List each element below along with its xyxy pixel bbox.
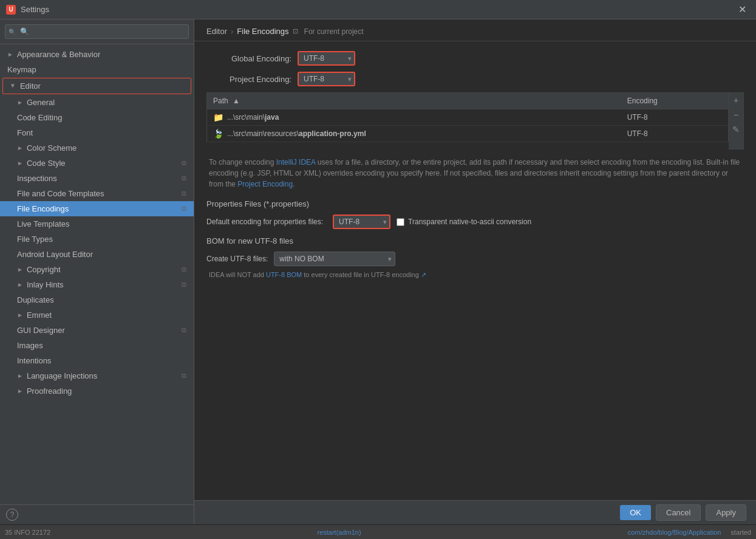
path-cell-1: 📁 ...\src\main\java [207,109,621,126]
bom-create-select[interactable]: with NO BOM with BOM [274,252,395,266]
bom-info-text-2: to every created file in UTF-8 encoding [304,271,419,278]
sidebar-nav: ► Appearance & Behavior Keymap ► Editor … [0,44,194,504]
table-row[interactable]: 📁 ...\src\main\java UTF-8 [207,109,729,126]
sidebar-item-live-templates[interactable]: Live Templates [0,216,194,232]
sidebar-label-file-templates: File and Code Templates [17,189,104,198]
sidebar-item-duplicates[interactable]: Duplicates [0,292,194,307]
copy-icon-inspections: ⧉ [182,174,186,182]
close-button[interactable]: ✕ [735,2,750,16]
status-right-link[interactable]: com/zhdo/blog/Blog/Application [628,529,721,536]
global-encoding-select[interactable]: UTF-8 UTF-16 ISO-8859-1 [298,51,355,66]
breadcrumb-project-icon: ⊡ [293,27,298,35]
copy-icon-file-templates: ⧉ [182,190,186,197]
sidebar-item-file-encodings[interactable]: File Encodings ⧉ [0,201,194,216]
encoding-column-header: Encoding [621,93,729,109]
sidebar-label-appearance: Appearance & Behavior [17,50,100,59]
properties-encoding-select[interactable]: UTF-8 UTF-16 ISO-8859-1 [333,215,390,229]
path-table-wrapper: Path ▲ Encoding 📁 [206,92,744,149]
sidebar-label-editor: Editor [20,81,41,91]
sidebar-item-font[interactable]: Font [0,125,194,140]
bom-info-text-1: IDEA will NOT add [209,271,264,278]
encoding-value-2: UTF-8 [621,126,729,142]
sidebar-item-inspections[interactable]: Inspections ⧉ [0,171,194,186]
bom-info-text: IDEA will NOT add UTF-8 BOM to every cre… [209,271,744,279]
sidebar-item-language-injections[interactable]: ► Language Injections ⧉ [0,368,194,383]
default-encoding-label: Default encoding for properties files: [206,218,323,226]
status-right-text: com/zhdo/blog/Blog/Application started [628,529,751,536]
breadcrumb-editor[interactable]: Editor [206,27,227,36]
sidebar-item-general[interactable]: ► General [0,95,194,110]
sidebar-label-live-templates: Live Templates [17,219,69,228]
title-bar-title: Settings [21,5,735,14]
project-encoding-highlight: Project Encoding [237,180,293,188]
sidebar-label-font: Font [17,128,33,137]
sidebar-item-file-templates[interactable]: File and Code Templates ⧉ [0,186,194,201]
encoding-column-label: Encoding [627,97,658,105]
ok-button[interactable]: OK [620,505,651,520]
sidebar-label-code-editing: Code Editing [17,113,62,122]
path-encoding-table: Path ▲ Encoding 📁 [206,92,729,142]
project-encoding-select[interactable]: UTF-8 UTF-16 ISO-8859-1 [298,72,355,86]
content-body: Global Encoding: UTF-8 UTF-16 ISO-8859-1… [194,41,756,500]
table-row[interactable]: 🍃 ...\src\main\resources\application-pro… [207,126,729,142]
sidebar-item-intentions[interactable]: Intentions [0,353,194,368]
bom-utf8-link[interactable]: UTF-8 BOM [266,271,302,278]
path-column-header[interactable]: Path ▲ [207,93,621,109]
bom-arrow: ↗ [421,271,426,278]
sidebar-item-emmet[interactable]: ► Emmet [0,307,194,323]
properties-encoding-select-wrapper: UTF-8 UTF-16 ISO-8859-1 [333,215,390,229]
sidebar-label-duplicates: Duplicates [17,295,54,304]
properties-section-title: Properties Files (*.properties) [206,199,744,208]
sidebar-item-file-types[interactable]: File Types [0,232,194,247]
copy-icon-file-encodings: ⧉ [182,205,186,213]
sidebar-label-intentions: Intentions [17,356,51,365]
sidebar-label-general: General [27,98,55,107]
sidebar-item-appearance[interactable]: ► Appearance & Behavior [0,47,194,62]
properties-row: Default encoding for properties files: U… [206,215,744,229]
transparent-checkbox[interactable] [397,218,404,226]
idea-highlight: IntelliJ IDEA [276,158,316,167]
expand-arrow-lang-inject: ► [17,372,23,379]
sidebar-item-keymap[interactable]: Keymap [0,62,194,77]
edit-path-button[interactable]: ✎ [729,122,743,137]
add-path-button[interactable]: + [729,93,743,108]
sidebar-label-gui-designer: GUI Designer [17,326,65,335]
sort-arrow-path: ▲ [233,97,240,105]
status-center-link[interactable]: restart(adm1n) [317,529,361,536]
sidebar-label-file-encodings: File Encodings [17,204,69,213]
file-icon-2: 🍃 [213,129,223,139]
app-icon: U [6,5,16,15]
bom-section: BOM for new UTF-8 files Create UTF-8 fil… [206,236,744,279]
search-input[interactable] [5,24,189,39]
sidebar-label-emmet: Emmet [27,311,52,320]
transparent-checkbox-label[interactable]: Transparent native-to-ascii conversion [397,218,531,226]
sidebar: ► Appearance & Behavior Keymap ► Editor … [0,19,194,524]
bom-title: BOM for new UTF-8 files [206,236,744,245]
table-side-buttons: + − ✎ [729,92,744,149]
sidebar-item-copyright[interactable]: ► Copyright ⧉ [0,262,194,277]
remove-path-button[interactable]: − [729,108,743,122]
sidebar-item-android-layout[interactable]: Android Layout Editor [0,247,194,262]
sidebar-item-gui-designer[interactable]: GUI Designer ⧉ [0,323,194,338]
status-bar: 35 INFO 22172 restart(adm1n) com/zhdo/bl… [0,524,756,539]
sidebar-label-language-injections: Language Injections [27,371,97,380]
transparent-label-text: Transparent native-to-ascii conversion [408,218,531,226]
sidebar-item-color-scheme[interactable]: ► Color Scheme [0,140,194,156]
breadcrumb-project-label: For current project [304,27,364,36]
global-encoding-label: Global Encoding: [206,54,291,63]
cancel-button[interactable]: Cancel [656,504,701,521]
sidebar-item-inlay-hints[interactable]: ► Inlay Hints ⧉ [0,277,194,292]
sidebar-item-code-editing[interactable]: Code Editing [0,110,194,125]
sidebar-label-proofreading: Proofreading [27,386,72,396]
sidebar-item-editor[interactable]: ► Editor [2,78,191,94]
sidebar-item-proofreading[interactable]: ► Proofreading [0,383,194,399]
apply-button[interactable]: Apply [706,504,746,521]
sidebar-item-code-style[interactable]: ► Code Style ⧉ [0,156,194,171]
expand-arrow-proofreading: ► [17,388,23,394]
bom-row: Create UTF-8 files: with NO BOM with BOM [206,252,744,266]
sidebar-item-images[interactable]: Images [0,338,194,353]
help-button[interactable]: ? [6,509,18,521]
path-value-1: ...\src\main\java [227,113,279,122]
expand-arrow-color-scheme: ► [17,145,23,151]
path-cell-2: 🍃 ...\src\main\resources\application-pro… [207,126,621,142]
